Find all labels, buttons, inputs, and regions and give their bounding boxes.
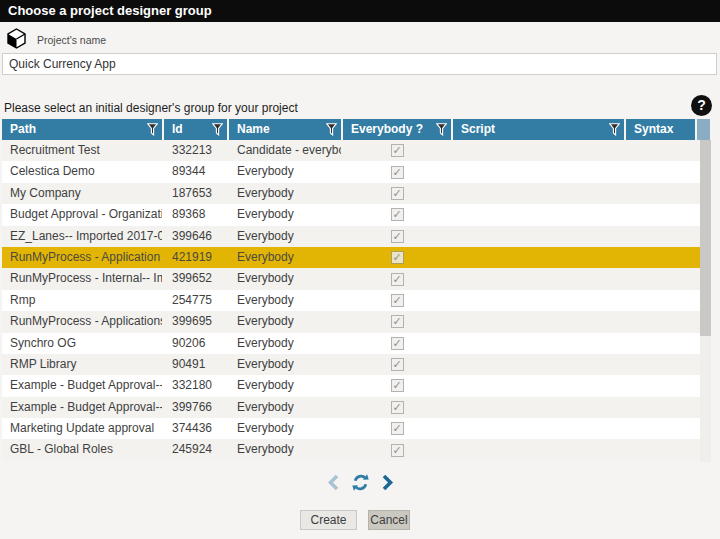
table-row[interactable]: Celestica Demo89344Everybody✓ [2,161,700,182]
cell-everybody: ✓ [343,183,451,204]
check-icon: ✓ [392,252,401,263]
everybody-checkbox: ✓ [391,401,404,414]
cell-everybody: ✓ [343,247,451,268]
cell-everybody: ✓ [343,140,451,161]
cell-script [453,204,624,225]
cell-id: 374436 [164,418,227,439]
table-row[interactable]: Budget Approval - Organization89368Every… [2,204,700,225]
create-button[interactable]: Create [300,510,357,530]
cell-id: 254775 [164,290,227,311]
cell-script [453,375,624,396]
column-header-id[interactable]: Id [164,119,227,140]
chevron-right-icon[interactable] [381,474,394,491]
table-row[interactable]: EZ_Lanes-- Imported 2017-03-399646Everyb… [2,226,700,247]
column-header-label: Path [10,122,36,136]
scrollbar-header-cap [697,119,710,140]
cell-name: Everybody [229,311,341,332]
refresh-icon[interactable] [351,473,370,492]
project-name-label: Project's name [37,34,106,46]
cell-id: 399766 [164,397,227,418]
cell-syntax [626,333,700,354]
cell-script [453,311,624,332]
cell-everybody: ✓ [343,439,451,460]
column-header-name[interactable]: Name [229,119,341,140]
table-row[interactable]: RunMyProcess - Applications--399695Every… [2,311,700,332]
table-row[interactable]: RunMyProcess - Application421919Everybod… [2,247,700,268]
check-icon: ✓ [392,402,401,413]
cell-id: 245924 [164,439,227,460]
cell-name: Everybody [229,375,341,396]
cell-everybody: ✓ [343,268,451,289]
table-row[interactable]: Example - Budget Approval-- In332180Ever… [2,375,700,396]
table-row[interactable]: My Company187653Everybody✓ [2,183,700,204]
cell-everybody: ✓ [343,204,451,225]
table-row[interactable]: Rmp254775Everybody✓ [2,290,700,311]
cell-syntax [626,290,700,311]
cell-path: Celestica Demo [2,161,162,182]
cell-syntax [626,397,700,418]
cell-path: Recruitment Test [2,140,162,161]
cell-path: Rmp [2,290,162,311]
cell-script [453,140,624,161]
cell-script [453,161,624,182]
everybody-checkbox: ✓ [391,187,404,200]
cell-script [453,268,624,289]
check-icon: ✓ [392,209,401,220]
table-row[interactable]: GBL - Global Roles245924Everybody✓ [2,439,700,460]
check-icon: ✓ [392,380,401,391]
cell-name: Everybody [229,290,341,311]
cell-script [453,247,624,268]
cell-name: Everybody [229,418,341,439]
everybody-checkbox: ✓ [391,208,404,221]
cell-everybody: ✓ [343,354,451,375]
cell-path: EZ_Lanes-- Imported 2017-03- [2,226,162,247]
table-row[interactable]: RunMyProcess - Internal-- Imp399652Every… [2,268,700,289]
column-header-everybody[interactable]: Everybody ? [343,119,451,140]
everybody-checkbox: ✓ [391,166,404,179]
button-bar: Create Cancel [0,510,720,530]
check-icon: ✓ [392,274,401,285]
cell-syntax [626,375,700,396]
cell-syntax [626,183,700,204]
cell-id: 89344 [164,161,227,182]
everybody-checkbox: ✓ [391,273,404,286]
cell-syntax [626,354,700,375]
column-header-path[interactable]: Path [2,119,162,140]
help-icon[interactable]: ? [691,95,712,116]
everybody-checkbox: ✓ [391,251,404,264]
cell-path: RunMyProcess - Application [2,247,162,268]
cell-path: RMP Library [2,354,162,375]
table-row[interactable]: Recruitment Test332213Candidate - everyb… [2,140,700,161]
cell-everybody: ✓ [343,161,451,182]
project-name-input[interactable] [2,53,717,75]
scrollbar-thumb[interactable] [700,140,711,336]
everybody-checkbox: ✓ [391,444,404,457]
column-header-label: Name [237,122,270,136]
everybody-checkbox: ✓ [391,379,404,392]
everybody-checkbox: ✓ [391,358,404,371]
column-header-label: Id [172,122,183,136]
cell-script [453,418,624,439]
table-row[interactable]: Example - Budget Approval-- In399766Ever… [2,397,700,418]
table-row[interactable]: Synchro OG90206Everybody✓ [2,333,700,354]
column-header-script[interactable]: Script [453,119,624,140]
check-icon: ✓ [392,188,401,199]
cell-name: Everybody [229,397,341,418]
cube-icon [6,28,27,49]
table-row[interactable]: RMP Library90491Everybody✓ [2,354,700,375]
cancel-button[interactable]: Cancel [368,510,410,530]
cell-script [453,183,624,204]
chevron-left-icon[interactable] [327,474,340,491]
cell-everybody: ✓ [343,397,451,418]
column-header-label: Everybody ? [351,122,423,136]
table-row[interactable]: Marketing Update approval374436Everybody… [2,418,700,439]
column-header-syntax[interactable]: Syntax [626,119,695,140]
cell-id: 90491 [164,354,227,375]
cell-path: RunMyProcess - Internal-- Imp [2,268,162,289]
cell-name: Everybody [229,183,341,204]
check-icon: ✓ [392,167,401,178]
cell-id: 421919 [164,247,227,268]
cell-path: Example - Budget Approval-- In [2,375,162,396]
cell-everybody: ✓ [343,226,451,247]
cell-script [453,290,624,311]
